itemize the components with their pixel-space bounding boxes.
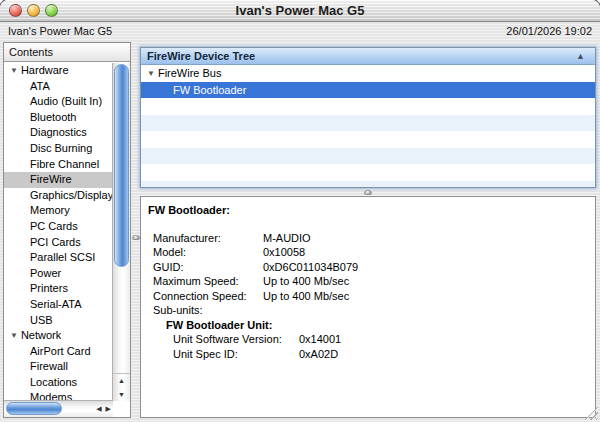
sort-ascending-icon[interactable]: ▲ [576,48,585,64]
detail-label: Connection Speed: [153,289,263,304]
details-subunit-title: FW Bootloader Unit: [141,318,595,333]
detail-label: Sub-units: [153,303,263,318]
detail-value: 0x10058 [263,245,305,260]
tree-empty-row[interactable] [141,181,595,189]
detail-label: Unit Software Version: [173,332,299,347]
sidebar-item-label: Diagnostics [30,126,87,138]
window-title: Ivan's Power Mac G5 [0,0,600,22]
sidebar-item-label: FireWire [30,173,72,185]
tree-empty-row[interactable] [141,131,595,148]
sidebar-item-disc-burning[interactable]: Disc Burning [4,141,113,157]
sidebar-item-power[interactable]: Power [4,266,113,282]
detail-row-unit-spec-id: Unit Spec ID: 0xA02D [141,347,595,362]
tree-empty-row[interactable] [141,148,595,165]
sidebar-item-usb[interactable]: USB [4,313,113,329]
detail-row-maximum-speed: Maximum Speed: Up to 400 Mb/sec [141,274,595,289]
report-datetime: 26/01/2026 19:02 [506,25,592,37]
sidebar-group-network[interactable]: ▼Network [4,328,113,344]
tree-row-fw-bootloader[interactable]: FW Bootloader [141,82,595,99]
sidebar-item-airport-card[interactable]: AirPort Card [4,344,113,360]
contents-list: ▼Hardware ATA Audio (Built In) Bluetooth… [4,63,113,401]
tree-empty-row[interactable] [141,98,595,115]
vertical-splitter[interactable] [131,42,140,418]
disclosure-triangle-icon[interactable]: ▼ [147,69,155,78]
scroll-down-arrow-icon[interactable]: ▼ [113,388,130,402]
sidebar-item-pci-cards[interactable]: PCI Cards [4,235,113,251]
titlebar[interactable]: Ivan's Power Mac G5 [0,0,600,22]
tree-row-firewire-bus[interactable]: ▼FireWire Bus [141,65,595,82]
sidebar-vertical-scrollbar[interactable]: ▲ ▼ [112,63,130,401]
sidebar-item-fibre-channel[interactable]: Fibre Channel [4,157,113,173]
sidebar-item-label: Locations [30,376,77,388]
sidebar-item-label: Fibre Channel [30,158,99,170]
contents-panel: Contents ▼Hardware ATA Audio (Built In) … [3,42,131,418]
device-details-panel: FW Bootloader: Manufacturer: M-AUDIO Mod… [140,196,596,418]
system-profiler-window: Ivan's Power Mac G5 Ivan's Power Mac G5 … [0,0,600,422]
disclosure-triangle-icon[interactable]: ▼ [10,66,18,75]
sidebar-item-label: Power [30,267,61,279]
device-tree-header-label: FireWire Device Tree [147,50,255,62]
detail-label: Maximum Speed: [153,274,263,289]
horizontal-splitter[interactable] [140,188,596,196]
sidebar-item-label: Serial-ATA [30,298,82,310]
detail-label: Unit Spec ID: [173,347,299,362]
detail-row-sub-units: Sub-units: [141,303,595,318]
detail-value: 0xD6C011034B079 [263,260,358,275]
sidebar-item-label: Hardware [21,64,69,76]
detail-label: Manufacturer: [153,231,263,246]
tree-row-label: FireWire Bus [158,67,222,79]
sidebar-item-bluetooth[interactable]: Bluetooth [4,110,113,126]
detail-row-manufacturer: Manufacturer: M-AUDIO [141,231,595,246]
sidebar-item-label: Printers [30,282,68,294]
device-tree-column-header[interactable]: FireWire Device Tree ▲ [141,48,595,65]
sidebar-item-graphics-displays[interactable]: Graphics/Displays [4,188,113,204]
sidebar-item-label: PC Cards [30,220,78,232]
sidebar-item-label: AirPort Card [30,345,91,357]
splitter-dimple-icon[interactable] [364,190,372,195]
detail-row-connection-speed: Connection Speed: Up to 400 Mb/sec [141,289,595,304]
vertical-scrollbar-arrows: ▲ ▼ [113,373,130,401]
splitter-dimple-icon[interactable] [132,235,140,240]
detail-value: 0x14001 [299,332,341,347]
sidebar-item-firewall[interactable]: Firewall [4,359,113,375]
sidebar-item-memory[interactable]: Memory [4,203,113,219]
sidebar-item-diagnostics[interactable]: Diagnostics [4,125,113,141]
tree-empty-row[interactable] [141,115,595,132]
sidebar-item-label: Audio (Built In) [30,95,102,107]
detail-value: Up to 400 Mb/sec [263,274,349,289]
disclosure-triangle-icon[interactable]: ▼ [10,331,18,340]
sidebar-item-firewire[interactable]: FireWire [4,172,113,188]
details-title: FW Bootloader: [141,203,595,218]
scroll-right-arrow-icon[interactable]: ▶ [106,405,111,413]
sidebar-item-pc-cards[interactable]: PC Cards [4,219,113,235]
sidebar-item-label: Graphics/Displays [30,189,113,201]
sidebar-horizontal-scrollbar[interactable]: ◀ ▶ [4,400,113,417]
sidebar-item-label: USB [30,314,53,326]
detail-row-guid: GUID: 0xD6C011034B079 [141,260,595,275]
detail-label: GUID: [153,260,263,275]
sidebar-item-label: Bluetooth [30,111,76,123]
sidebar-item-serial-ata[interactable]: Serial-ATA [4,297,113,313]
sidebar-item-label: Parallel SCSI [30,251,95,263]
sidebar-item-printers[interactable]: Printers [4,281,113,297]
detail-value: M-AUDIO [263,231,311,246]
horizontal-scrollbar-thumb[interactable] [6,402,62,415]
vertical-scrollbar-thumb[interactable] [114,64,129,267]
sidebar-item-parallel-scsi[interactable]: Parallel SCSI [4,250,113,266]
sidebar-group-hardware[interactable]: ▼Hardware [4,63,113,79]
sidebar-item-label: Network [21,329,61,341]
scroll-left-arrow-icon[interactable]: ◀ [96,405,101,413]
detail-row-model: Model: 0x10058 [141,245,595,260]
sidebar-item-label: Memory [30,204,70,216]
scroll-up-arrow-icon[interactable]: ▲ [113,374,130,388]
sidebar-item-label: Disc Burning [30,142,92,154]
sidebar-item-locations[interactable]: Locations [4,375,113,391]
sidebar-item-label: Firewall [30,360,68,372]
tree-row-label: FW Bootloader [173,84,246,96]
contents-header: Contents [4,43,130,62]
sidebar-item-audio-built-in[interactable]: Audio (Built In) [4,94,113,110]
spacer [141,218,595,231]
detail-value: 0xA02D [299,347,338,362]
sidebar-item-ata[interactable]: ATA [4,79,113,95]
tree-empty-row[interactable] [141,164,595,181]
